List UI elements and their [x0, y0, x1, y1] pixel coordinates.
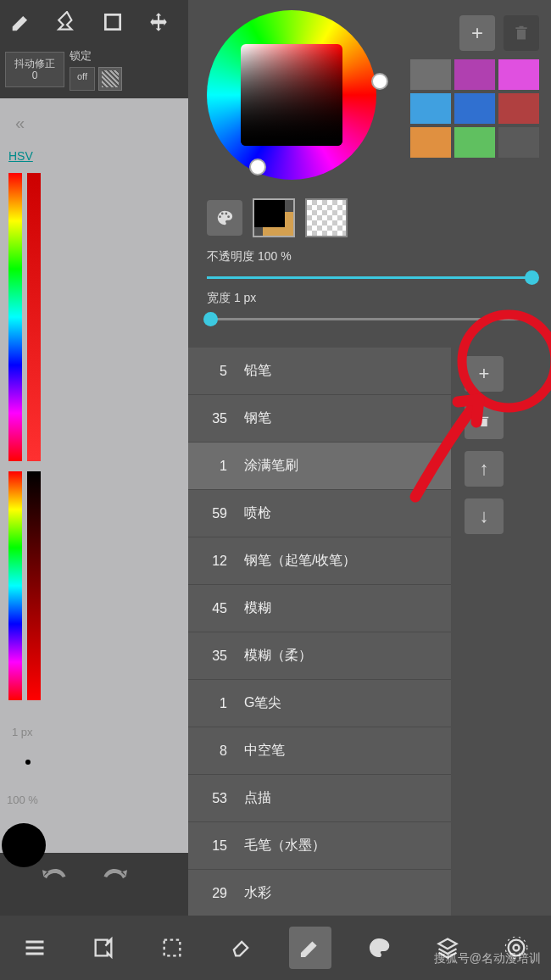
brush-size: 1: [202, 459, 227, 474]
brush-size: 59: [202, 506, 227, 521]
pencil-tool-icon[interactable]: [7, 8, 36, 36]
brush-size-label: 1 px: [12, 726, 33, 738]
swatch-grid: [410, 59, 539, 158]
move-down-button[interactable]: ↓: [465, 498, 504, 534]
brush-item[interactable]: 35钢笔: [188, 395, 451, 443]
opacity-slider-thumb[interactable]: [525, 270, 539, 285]
delete-brush-button[interactable]: [465, 404, 504, 439]
fg-bg-preview[interactable]: [253, 198, 295, 237]
rect-tool-icon[interactable]: [98, 8, 127, 36]
brush-item[interactable]: 5铅笔: [188, 348, 451, 395]
width-slider-label: 宽度 1 px: [207, 291, 532, 306]
undo-redo: [42, 865, 127, 885]
hue-ring[interactable]: [207, 10, 376, 180]
palette-nav-button[interactable]: [358, 927, 400, 969]
wheel-handle-outer[interactable]: [249, 159, 266, 175]
spectrum-bar[interactable]: [8, 471, 22, 700]
brush-item[interactable]: 45模糊: [188, 585, 451, 632]
brush-item[interactable]: 29水彩: [188, 870, 451, 916]
opacity-value-label: 100 %: [7, 793, 38, 806]
hsv-link[interactable]: HSV: [8, 149, 33, 163]
color-bars-lower: [8, 471, 41, 700]
swatch[interactable]: [410, 93, 451, 124]
brush-size: 12: [202, 554, 227, 569]
brush-name: 模糊: [244, 599, 437, 617]
brush-dot-preview: [25, 760, 31, 765]
hue-bar[interactable]: [8, 173, 22, 461]
brush-section: 5铅笔35钢笔1涂满笔刷59喷枪12钢笔（起笔/收笔）45模糊35模糊（柔）1G…: [188, 348, 551, 916]
canvas-area: « HSV 1 px 100 %: [0, 98, 188, 853]
current-color-preview[interactable]: [2, 823, 46, 867]
add-brush-button[interactable]: +: [465, 356, 504, 392]
swatch[interactable]: [454, 59, 495, 90]
sat-bar[interactable]: [27, 173, 41, 461]
color-wheel[interactable]: [207, 10, 376, 180]
swatch[interactable]: [454, 127, 495, 158]
delete-swatch-button[interactable]: [504, 15, 539, 51]
lock-alpha-button[interactable]: [98, 67, 122, 91]
undo-button[interactable]: [42, 865, 68, 885]
lock-off-button[interactable]: off: [70, 67, 95, 91]
collapse-icon[interactable]: «: [15, 114, 25, 133]
brush-name: 点描: [244, 789, 437, 807]
correction-button[interactable]: 抖动修正 0: [5, 52, 64, 88]
lock-label: 锁定: [70, 48, 122, 64]
add-swatch-button[interactable]: +: [459, 15, 495, 51]
wheel-handle-inner[interactable]: [371, 73, 388, 90]
brush-name: 铅笔: [244, 362, 437, 380]
width-slider[interactable]: [207, 318, 532, 320]
svg-rect-0: [105, 14, 120, 29]
brush-item[interactable]: 59喷枪: [188, 490, 451, 537]
redo-button[interactable]: [102, 865, 127, 885]
transparency-preview[interactable]: [305, 198, 348, 237]
bottom-nav: [0, 916, 551, 980]
swatch-actions: +: [459, 15, 539, 51]
edit-button[interactable]: [82, 927, 125, 969]
swatch[interactable]: [498, 93, 539, 124]
swatch[interactable]: [410, 127, 451, 158]
swatch[interactable]: [498, 59, 539, 90]
swatch[interactable]: [498, 127, 539, 158]
opacity-slider-label: 不透明度 100 %: [207, 249, 532, 264]
swatch[interactable]: [454, 93, 495, 124]
preview-row: [188, 195, 551, 241]
palette-button[interactable]: [207, 200, 242, 236]
eraser-nav-button[interactable]: [220, 927, 262, 969]
brush-name: 中空笔: [244, 742, 437, 760]
move-up-button[interactable]: ↑: [465, 451, 504, 487]
brush-size: 35: [202, 411, 227, 426]
brush-list[interactable]: 5铅笔35钢笔1涂满笔刷59喷枪12钢笔（起笔/收笔）45模糊35模糊（柔）1G…: [188, 348, 451, 916]
color-bars-upper: [8, 173, 41, 461]
selection-button[interactable]: [151, 927, 193, 969]
slider-section: 不透明度 100 % 宽度 1 px: [188, 241, 551, 341]
opacity-slider[interactable]: [207, 276, 532, 279]
menu-button[interactable]: [14, 927, 56, 969]
brush-item[interactable]: 53点描: [188, 775, 451, 822]
brush-item[interactable]: 15毛笔（水墨）: [188, 822, 451, 870]
brush-item[interactable]: 1涂满笔刷: [188, 443, 451, 490]
brush-name: 钢笔（起笔/收笔）: [244, 552, 437, 570]
svg-point-4: [514, 945, 520, 951]
correction-row: 抖动修正 0 锁定 off: [0, 44, 188, 95]
left-panel: 抖动修正 0 锁定 off « HSV 1 px 100 %: [0, 0, 188, 916]
brush-size: 8: [202, 743, 227, 759]
brush-size: 53: [202, 791, 227, 806]
brush-nav-button[interactable]: [289, 927, 331, 969]
brush-size: 5: [202, 364, 227, 379]
brush-item[interactable]: 1G笔尖: [188, 680, 451, 727]
swatch[interactable]: [410, 59, 451, 90]
width-slider-thumb[interactable]: [203, 312, 218, 326]
brush-item[interactable]: 12钢笔（起笔/收笔）: [188, 537, 451, 585]
sv-square[interactable]: [241, 44, 342, 146]
brush-item[interactable]: 8中空笔: [188, 727, 451, 775]
eraser-tool-icon[interactable]: [53, 8, 81, 36]
value-bar[interactable]: [27, 471, 41, 700]
brush-name: 模糊（柔）: [244, 647, 437, 665]
brush-name: G笔尖: [244, 694, 437, 712]
move-tool-icon[interactable]: [144, 8, 173, 36]
right-panel: + 不透明度 100 % 宽度 1 px 5铅笔35钢笔1涂满笔刷59喷枪12钢…: [188, 0, 551, 916]
brush-name: 钢笔: [244, 409, 437, 427]
brush-item[interactable]: 35模糊（柔）: [188, 632, 451, 680]
brush-size: 15: [202, 838, 227, 854]
brush-size: 45: [202, 601, 227, 616]
